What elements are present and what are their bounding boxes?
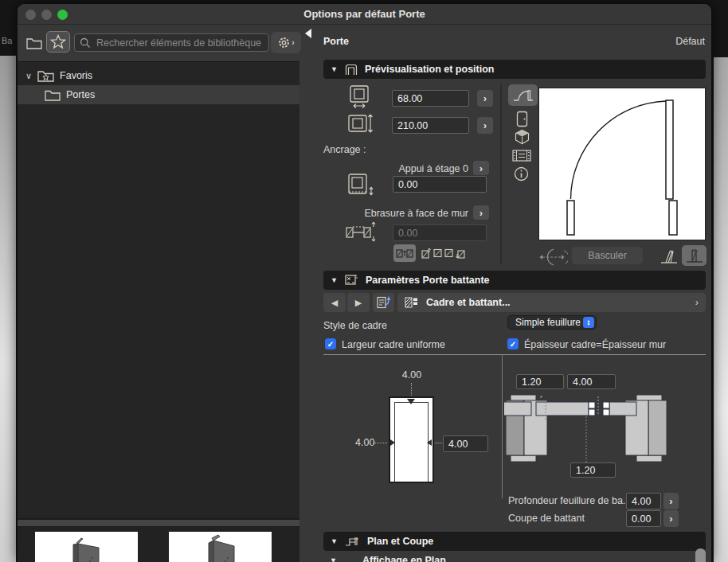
sill-style-toggle-1[interactable] [660,248,679,265]
diagram-divider [502,355,503,498]
tree-item-favoris[interactable]: ∨ Favoris [18,66,299,85]
library-tree[interactable]: ∨ Favoris Portes [18,61,299,518]
rebate-depth-label: Profondeur feuillure de ba... [508,495,631,506]
favorites-view-button[interactable] [46,31,70,53]
anchor-label: Ancrage : [323,144,366,155]
window-title: Options par défaut Porte [18,8,711,20]
leaf-cut-field[interactable]: 0.00 [626,510,661,527]
uniform-frame-label[interactable]: Largeur cadre uniforme [342,339,445,350]
library-search[interactable] [74,33,269,52]
info-view-button[interactable] [513,166,530,182]
parameter-page-selector[interactable]: Cadre et battant... › [397,293,706,312]
section-dim-field-2[interactable]: 4.00 [567,374,616,389]
disclosure-triangle-icon[interactable]: ▼ [330,556,337,562]
cube-icon [515,129,530,145]
chevron-right-icon: › [669,513,672,524]
chevron-right-icon: › [292,38,294,47]
door-3d-image [59,532,115,562]
frame-thickness-checkbox[interactable]: ✓ [507,338,519,349]
rebate-depth-field[interactable]: 4.00 [626,493,661,509]
chevron-right-icon: › [479,208,483,218]
anchor-offset-field[interactable]: 0.00 [393,176,487,193]
transfer-settings-button[interactable] [373,293,394,312]
chevron-right-icon: › [483,120,487,131]
anchor-mode-menu-button[interactable]: › [473,161,489,175]
panel-splitter[interactable] [18,518,299,527]
subject-label: Porte [323,36,349,47]
chevron-right-icon: › [483,93,487,103]
folder-icon [45,89,61,101]
folder-view-button[interactable] [24,33,45,53]
section-preview-position[interactable]: ▼ Prévisualisation et position [323,60,706,79]
info-icon [514,166,529,181]
uniform-frame-checkbox[interactable]: ✓ [325,338,336,349]
door-width-field[interactable]: 68.00 [392,90,469,107]
reveal-mode-label: Ebrasure à face de mur [328,208,468,219]
library-settings-button[interactable]: › [271,32,301,53]
section-title: Prévisualisation et position [365,64,495,75]
search-input[interactable] [95,37,264,49]
anchor-position-button-selected[interactable] [393,244,416,262]
section-title: Plan et Coupe [367,536,433,547]
plan-view-button[interactable] [508,84,538,106]
section-door-parameters[interactable]: ▼ Paramètres Porte battante [323,271,706,290]
disclosure-triangle-icon[interactable]: ▼ [331,65,338,73]
previous-page-button[interactable]: ◀ [323,293,346,312]
chevron-right-icon: › [479,163,483,174]
sill-style-toggle-2-selected[interactable] [682,245,706,266]
frame-thickness-label[interactable]: Épaisseur cadre=Épaisseur mur [524,339,666,350]
section-plan-coupe[interactable]: ▼ Plan et Coupe [323,532,706,551]
sill-anchor-icon [346,173,377,200]
page-label: Cadre et battant... [426,297,511,308]
door-height-field[interactable]: 210.00 [392,117,469,134]
frame-style-label: Style de cadre [323,320,387,331]
disclosure-triangle-icon[interactable]: ▼ [331,276,338,284]
door-thumbnail-1[interactable] [35,532,138,562]
door-plan-preview[interactable] [538,88,706,240]
frame-section-diagram [504,392,668,466]
mirror-icon [539,248,568,267]
door-elevation-icon [516,111,528,127]
tree-item-label: Portes [66,89,95,100]
background-window-text: Ba [2,36,12,45]
door-width-menu-button[interactable]: › [477,90,493,107]
leader-line [374,443,387,443]
leaf-cut-label: Coupe de battant [508,513,585,524]
tree-item-portes[interactable]: Portes [18,85,299,104]
titlebar[interactable]: Options par défaut Porte [18,4,711,25]
door-height-menu-button[interactable]: › [477,117,493,134]
door-width-icon [347,84,373,108]
section-dim-field-1[interactable]: 1.20 [516,374,564,389]
frame-style-popup[interactable]: Simple feuillure ▲▼ [507,315,597,330]
chevron-down-icon[interactable]: ∨ [25,71,32,81]
rebate-depth-menu-button[interactable]: › [663,493,679,509]
leaf-cut-menu-button[interactable]: › [663,510,679,527]
scrollbar-thumb[interactable] [695,548,706,562]
plan-section-icon [345,536,360,548]
triangle-left-icon: ◀ [331,298,338,308]
door-thumbnail-2[interactable] [169,532,272,562]
elevation-view-button[interactable] [515,110,529,127]
thumbnail-strip [18,527,299,562]
collapse-panel-arrow-icon[interactable] [305,29,311,38]
plan-view-icon [513,88,534,103]
disclosure-triangle-icon[interactable]: ▼ [331,537,338,545]
section-dim-field-3[interactable]: 1.20 [570,462,616,478]
anchor-position-button[interactable] [421,247,431,260]
door-height-icon [347,112,374,136]
check-icon: ✓ [510,340,516,349]
reveal-offset-field[interactable]: 0.00 [393,224,487,241]
anchor-position-button[interactable] [432,247,443,260]
chevron-right-icon: › [669,496,672,506]
gear-icon [277,36,291,49]
frame-width-field[interactable]: 4.00 [443,435,488,452]
door-3d-image [193,532,249,562]
3d-view-button[interactable] [513,128,530,146]
anchor-position-button[interactable] [444,247,454,260]
reveal-mode-menu-button[interactable]: › [473,205,489,220]
next-page-button[interactable]: ▶ [347,293,370,312]
film-icon [512,149,531,162]
animation-view-button[interactable] [511,147,532,163]
anchor-position-button[interactable] [455,247,465,260]
flip-button[interactable]: Basculer [572,247,643,264]
